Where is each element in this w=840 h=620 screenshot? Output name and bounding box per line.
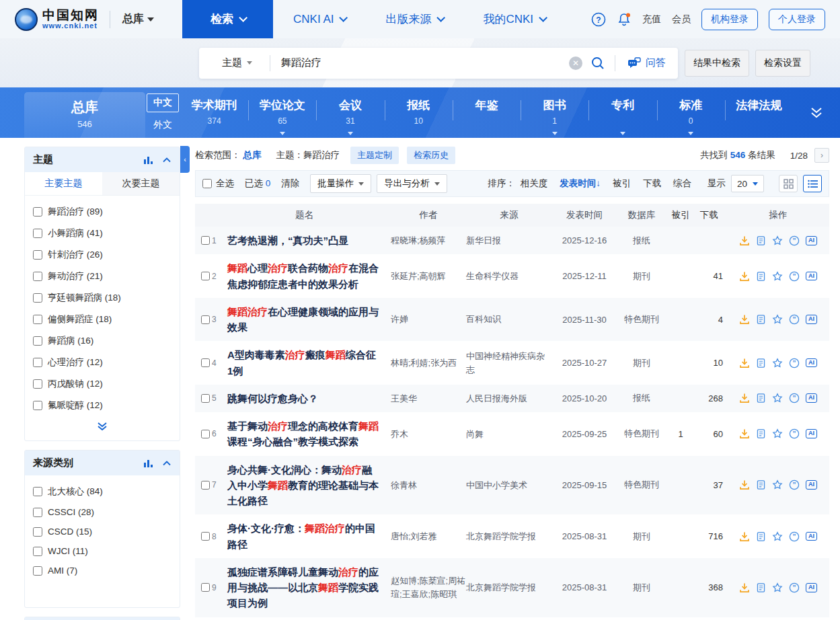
source-cell[interactable]: 百科知识 xyxy=(466,313,552,326)
dbbar-item-6[interactable]: 图书1 xyxy=(521,98,588,138)
recharge-link[interactable]: 充值 xyxy=(642,13,661,26)
download-icon[interactable] xyxy=(739,235,750,246)
search-in-results-button[interactable]: 结果中检索 xyxy=(685,50,749,77)
html-read-icon[interactable] xyxy=(756,235,766,246)
html-read-icon[interactable] xyxy=(756,271,766,282)
download-icon[interactable] xyxy=(739,531,750,542)
favorite-icon[interactable] xyxy=(772,235,783,246)
ai-icon[interactable]: AI xyxy=(806,583,817,592)
row-checkbox[interactable] xyxy=(201,532,210,541)
quote-icon[interactable]: ” xyxy=(789,582,800,593)
clear-selection-button[interactable]: 清除 xyxy=(281,178,299,190)
filter-item[interactable]: 舞动治疗 (21) xyxy=(33,266,171,287)
html-read-icon[interactable] xyxy=(756,393,766,403)
bar-chart-icon[interactable] xyxy=(143,155,154,165)
zongku-dropdown[interactable]: 总库 xyxy=(122,12,154,26)
quote-icon[interactable]: ” xyxy=(789,358,800,369)
result-title-link[interactable]: 跳舞何以疗愈身心？ xyxy=(227,393,318,404)
topic-expand-more-icon[interactable] xyxy=(25,419,180,440)
html-read-icon[interactable] xyxy=(756,531,766,542)
filter-item[interactable]: 氟哌啶醇 (12) xyxy=(33,395,171,416)
language-tab-中文[interactable]: 中文 xyxy=(147,93,179,112)
html-read-icon[interactable] xyxy=(756,358,766,369)
filter-checkbox[interactable] xyxy=(33,401,42,410)
sort-option-1[interactable]: 相关度 xyxy=(521,178,548,188)
row-checkbox[interactable] xyxy=(201,272,210,280)
filter-item[interactable]: WJCI (11) xyxy=(33,541,171,561)
favorite-icon[interactable] xyxy=(772,428,783,439)
row-checkbox[interactable] xyxy=(201,236,210,245)
quote-icon[interactable]: ” xyxy=(789,428,800,439)
filter-checkbox[interactable] xyxy=(33,293,42,303)
row-checkbox[interactable] xyxy=(201,583,210,592)
language-tab-外文[interactable]: 外文 xyxy=(147,116,179,134)
download-icon[interactable] xyxy=(739,393,750,403)
sort-option-5[interactable]: 综合 xyxy=(673,178,691,188)
authors-cell[interactable]: 林晴;利婧;张为西 xyxy=(391,356,466,370)
filter-checkbox[interactable] xyxy=(33,379,42,389)
result-title-link[interactable]: 基于舞动治疗理念的高校体育舞蹈课程“身心融合”教学模式探索 xyxy=(227,420,379,447)
filter-item[interactable]: 舞蹈病 (16) xyxy=(33,330,171,352)
sort-option-3[interactable]: 被引 xyxy=(613,178,631,188)
filter-item[interactable]: 丙戊酸钠 (12) xyxy=(33,373,171,395)
filter-item[interactable]: AMI (7) xyxy=(33,561,171,580)
zongku-tab[interactable]: 总库 546 xyxy=(24,92,145,138)
dbbar-item-3[interactable]: 会议31 xyxy=(316,98,384,138)
filter-item[interactable]: 北大核心 (84) xyxy=(33,481,171,502)
authors-cell[interactable]: 乔木 xyxy=(391,428,466,441)
search-settings-button[interactable]: 检索设置 xyxy=(755,50,810,77)
search-input[interactable] xyxy=(270,57,569,69)
topic-tab-1[interactable]: 主要主题 xyxy=(25,172,102,195)
filter-checkbox[interactable] xyxy=(33,508,42,517)
quote-icon[interactable]: ” xyxy=(789,271,800,282)
authors-cell[interactable]: 赵知博;陈棻宣;周祐瑄;王嘉欣;陈昭琪 xyxy=(391,574,466,600)
search-icon[interactable] xyxy=(590,56,605,71)
download-icon[interactable] xyxy=(739,582,750,593)
nav-tab-1[interactable]: 检索 xyxy=(182,0,273,38)
source-cell[interactable]: 北京舞蹈学院学报 xyxy=(466,581,552,594)
authors-cell[interactable]: 徐青林 xyxy=(391,479,466,492)
result-title-link[interactable]: A型肉毒毒素治疗瘢痕舞蹈综合征1例 xyxy=(227,349,376,376)
nav-tab-2[interactable]: CNKI AI xyxy=(273,0,365,38)
next-page-button[interactable]: › xyxy=(814,148,829,163)
ai-icon[interactable]: AI xyxy=(806,358,817,368)
help-icon[interactable]: ? xyxy=(591,12,606,27)
dbbar-item-1[interactable]: 学术期刊374 xyxy=(180,98,248,126)
dbbar-item-9[interactable]: 法律法规 xyxy=(725,98,793,126)
authors-cell[interactable]: 王美华 xyxy=(391,392,466,405)
filter-checkbox[interactable] xyxy=(33,547,42,556)
download-icon[interactable] xyxy=(739,314,750,325)
org-login-button[interactable]: 机构登录 xyxy=(701,9,758,30)
ai-icon[interactable]: AI xyxy=(806,480,817,490)
result-title-link[interactable]: 舞蹈心理治疗联合药物治疗在混合焦虑抑郁症患者中的效果分析 xyxy=(227,262,379,289)
search-field-dropdown[interactable]: 主题 xyxy=(199,56,270,69)
filter-checkbox[interactable] xyxy=(33,336,42,346)
ai-icon[interactable]: AI xyxy=(806,429,817,438)
nav-tab-3[interactable]: 出版来源 xyxy=(365,0,463,38)
export-analyze-dropdown[interactable]: 导出与分析 xyxy=(377,174,447,193)
select-all-input[interactable] xyxy=(202,179,212,188)
filter-item[interactable]: 亨廷顿舞蹈病 (18) xyxy=(33,287,171,309)
bar-chart-icon[interactable] xyxy=(143,459,154,468)
authors-cell[interactable]: 张延芹;高朝辉 xyxy=(391,270,466,283)
ai-icon[interactable]: AI xyxy=(806,532,817,541)
quote-icon[interactable]: ” xyxy=(789,393,800,403)
qa-button[interactable]: 问答 xyxy=(615,56,678,69)
authors-cell[interactable]: 程晓琳;杨频萍 xyxy=(391,234,466,247)
filter-checkbox[interactable] xyxy=(33,527,42,537)
notifications-bell-icon[interactable] xyxy=(617,12,632,27)
dbbar-item-5[interactable]: 年鉴 xyxy=(453,98,521,126)
grid-view-icon[interactable] xyxy=(779,175,798,192)
sort-option-2[interactable]: 发表时间↓ xyxy=(560,178,601,188)
member-link[interactable]: 会员 xyxy=(672,13,691,26)
filter-item[interactable]: 舞蹈治疗 (89) xyxy=(33,201,171,223)
favorite-icon[interactable] xyxy=(772,479,783,490)
topic-tab-2[interactable]: 次要主题 xyxy=(102,172,180,195)
source-cell[interactable]: 中国神经精神疾病杂志 xyxy=(466,350,552,376)
row-checkbox[interactable] xyxy=(201,481,210,490)
ai-icon[interactable]: AI xyxy=(806,272,817,281)
quote-icon[interactable]: ” xyxy=(789,531,800,542)
download-icon[interactable] xyxy=(739,358,750,369)
sort-option-4[interactable]: 下载 xyxy=(643,178,661,188)
favorite-icon[interactable] xyxy=(772,271,783,282)
